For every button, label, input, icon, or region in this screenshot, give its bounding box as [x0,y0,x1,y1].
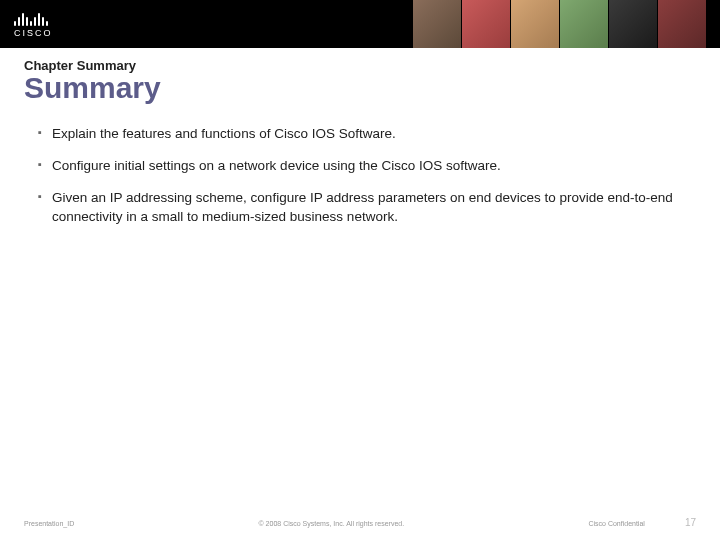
header-photo [462,0,510,48]
slide-content: Chapter Summary Summary Explain the feat… [0,48,720,226]
header-photo-strip [413,0,706,48]
bullet-item: Explain the features and functions of Ci… [38,125,696,143]
cisco-logo: CISCO [14,10,53,38]
header-photo [609,0,657,48]
footer-confidential: Cisco Confidential [588,520,644,527]
footer-page-number: 17 [685,517,696,528]
header-bar: CISCO [0,0,720,48]
cisco-logo-icon [14,10,48,26]
footer-copyright: © 2008 Cisco Systems, Inc. All rights re… [74,520,588,527]
header-photo [511,0,559,48]
bullet-item: Given an IP addressing scheme, configure… [38,189,696,225]
slide-title: Summary [24,73,696,103]
footer-presentation-id: Presentation_ID [24,520,74,527]
header-photo [560,0,608,48]
bullet-list: Explain the features and functions of Ci… [24,125,696,226]
header-photo [413,0,461,48]
header-photo [658,0,706,48]
bullet-item: Configure initial settings on a network … [38,157,696,175]
cisco-logo-text: CISCO [14,28,53,38]
slide-footer: Presentation_ID © 2008 Cisco Systems, In… [0,517,720,528]
